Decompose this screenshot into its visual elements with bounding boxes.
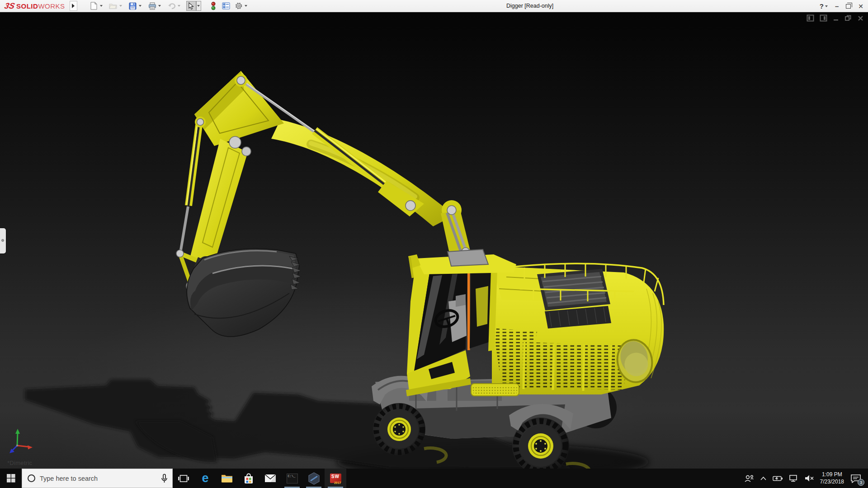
selected-edge-highlight[interactable]: [467, 272, 470, 350]
brand-works: WORKS: [38, 2, 65, 10]
clock-time: 1:09 PM: [820, 471, 844, 479]
undo-button[interactable]: [167, 1, 177, 11]
windows-taskbar: Type here to search e: [0, 469, 868, 488]
notification-badge: 3: [858, 479, 864, 486]
brand-solid: SOLID: [16, 2, 38, 10]
step-plate: [471, 384, 519, 396]
mail-icon: [264, 474, 276, 483]
document-title: Digger [Read-only]: [506, 0, 553, 12]
help-button[interactable]: ?: [820, 2, 828, 10]
clock-date: 7/23/2018: [820, 479, 844, 486]
taskbar-app-solidworks[interactable]: SW 2017: [325, 469, 346, 488]
titlebar: 3S SOLIDWORKS: [0, 0, 868, 12]
display-pane-icon: [222, 2, 230, 9]
select-dropdown[interactable]: [196, 1, 201, 11]
rebuild-traffic-light-icon: [211, 2, 216, 10]
open-button[interactable]: [108, 1, 118, 11]
collapsed-panel-tab[interactable]: [0, 228, 6, 253]
command-prompt-icon: C:\_: [287, 474, 298, 483]
upper-body[interactable]: [471, 263, 664, 396]
taskbar-app-mail[interactable]: [259, 469, 281, 488]
restore-button[interactable]: [846, 4, 851, 9]
taskbar-app-file-explorer[interactable]: [216, 469, 238, 488]
taskbar-app-hexagon[interactable]: [303, 469, 325, 488]
doc-minimize-icon[interactable]: [833, 14, 839, 22]
chevron-up-icon[interactable]: [760, 476, 767, 481]
show-pane-right-icon[interactable]: [820, 14, 827, 22]
solidworks-2017-icon: SW 2017: [330, 473, 341, 484]
bucket[interactable]: [187, 249, 301, 337]
print-dropdown[interactable]: [157, 1, 162, 11]
doc-restore-icon[interactable]: [844, 14, 852, 22]
open-dropdown[interactable]: [118, 1, 123, 11]
menu-flyout-button[interactable]: [70, 1, 77, 11]
undo-arrow-icon: [168, 3, 176, 9]
volume-muted-icon[interactable]: [804, 474, 814, 482]
quick-access-toolbar: [89, 1, 250, 11]
panel-tab-dot: [1, 239, 4, 242]
network-icon[interactable]: [789, 474, 798, 482]
hexagon-app-icon: [308, 472, 320, 485]
x-axis-arrow: [28, 446, 33, 450]
show-pane-left-icon[interactable]: [807, 14, 814, 22]
select-tool-button[interactable]: [186, 1, 196, 11]
taskbar-app-command-prompt[interactable]: C:\_: [281, 469, 303, 488]
taskbar-app-store[interactable]: [238, 469, 259, 488]
save-dropdown[interactable]: [138, 1, 143, 11]
stick-arm[interactable]: [190, 139, 248, 266]
minimize-button[interactable]: –: [835, 2, 839, 10]
system-tray: 1:09 PM 7/23/2018 3: [744, 469, 868, 488]
display-settings-button[interactable]: [221, 1, 231, 11]
graphics-viewport[interactable]: *Dimetric: [0, 12, 868, 469]
print-icon: [148, 2, 156, 10]
store-icon: [243, 473, 254, 484]
front-left-wheel[interactable]: [373, 403, 425, 455]
start-button[interactable]: [0, 469, 22, 488]
print-button[interactable]: [147, 1, 157, 11]
task-view-icon: [178, 474, 189, 483]
windows-logo-icon: [7, 474, 15, 483]
3d-scene[interactable]: [0, 12, 868, 469]
solidworks-logo: 3S SOLIDWORKS: [0, 1, 65, 11]
help-dropdown-icon: [825, 5, 828, 7]
action-center-button[interactable]: 3: [850, 473, 862, 484]
select-cursor-icon: [188, 2, 194, 10]
orientation-triad[interactable]: [9, 429, 33, 453]
taskbar-clock[interactable]: 1:09 PM 7/23/2018: [820, 471, 844, 485]
view-orientation-label: *Dimetric: [7, 460, 32, 466]
new-document-button[interactable]: [89, 1, 99, 11]
undo-dropdown[interactable]: [177, 1, 182, 11]
3ds-glyph: 3S: [3, 1, 15, 11]
flyout-arrow-icon: [72, 4, 75, 8]
document-window-controls: [807, 14, 864, 22]
people-icon[interactable]: [744, 474, 754, 483]
battery-icon[interactable]: [773, 475, 783, 482]
microphone-icon[interactable]: [161, 474, 168, 483]
save-floppy-icon: [129, 2, 137, 10]
search-input[interactable]: Type here to search: [22, 469, 173, 488]
rebuild-button[interactable]: [208, 1, 218, 11]
new-dropdown[interactable]: [99, 1, 104, 11]
doc-close-icon[interactable]: [857, 14, 864, 22]
cortana-icon: [28, 474, 35, 482]
taskbar-app-task-view[interactable]: [173, 469, 194, 488]
options-dropdown[interactable]: [244, 1, 249, 11]
edge-icon: e: [202, 472, 208, 484]
options-button[interactable]: [234, 1, 244, 11]
boom-main[interactable]: [271, 120, 452, 226]
file-explorer-icon: [221, 474, 233, 483]
y-axis-arrow: [15, 429, 20, 434]
options-gear-icon: [235, 2, 243, 10]
taskbar-app-edge[interactable]: e: [194, 469, 216, 488]
search-placeholder: Type here to search: [40, 475, 161, 482]
close-button[interactable]: ✕: [858, 3, 863, 10]
bucket-cylinder[interactable]: [241, 80, 424, 216]
new-document-icon: [90, 2, 98, 10]
save-button[interactable]: [128, 1, 138, 11]
open-folder-icon: [109, 2, 118, 9]
